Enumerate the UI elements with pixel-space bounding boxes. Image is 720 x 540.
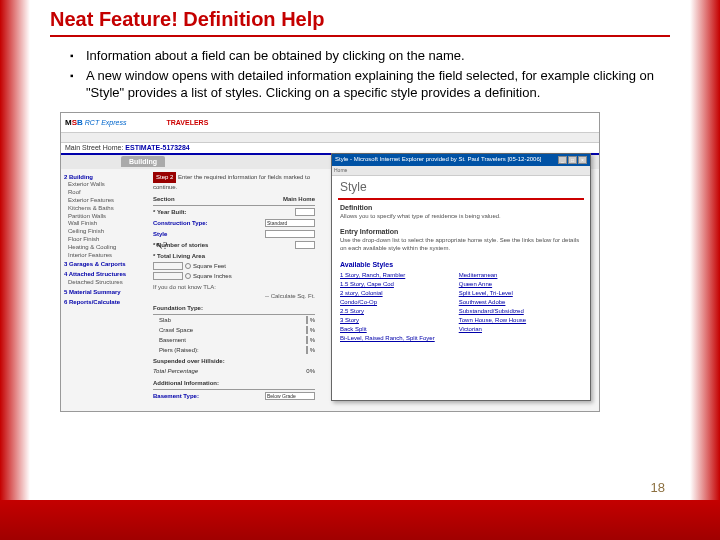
sidebar-group-material[interactable]: 5 Material Summary <box>64 289 146 297</box>
slab-label: Slab <box>159 316 171 325</box>
construction-type-select[interactable]: Standard <box>265 219 315 227</box>
year-built-label[interactable]: * Year Built: <box>153 208 187 217</box>
form-panel: Step 2 Enter the required information fo… <box>149 169 319 411</box>
year-built-input[interactable] <box>295 208 315 216</box>
style-link[interactable]: Bi-Level, Raised Ranch, Split Foyer <box>340 334 435 343</box>
basement-type-select[interactable]: Below Grade <box>265 392 315 400</box>
style-link[interactable]: Victorian <box>459 325 526 334</box>
entry-info-title: Entry Information <box>340 228 582 235</box>
basement-type-label[interactable]: Basement Type: <box>153 392 199 401</box>
popup-heading: Style <box>332 176 590 198</box>
main-home-label: Main Home <box>283 195 315 204</box>
style-link[interactable]: 1.5 Story, Cape Cod <box>340 280 435 289</box>
sidebar-item[interactable]: Heating & Cooling <box>68 244 146 252</box>
sidebar-item[interactable]: Floor Finish <box>68 236 146 244</box>
minimize-icon[interactable]: _ <box>558 156 567 164</box>
sqin-input[interactable] <box>153 272 183 280</box>
entry-info-text: Use the drop-down list to select the app… <box>340 237 582 253</box>
calc-tla-label: If you do not know TLA: <box>153 283 315 292</box>
stories-input[interactable] <box>295 241 315 249</box>
sqin-radio[interactable] <box>185 273 191 279</box>
definition-text: Allows you to specify what type of resid… <box>340 213 582 221</box>
basement-label: Basement <box>159 336 186 345</box>
sidebar-item[interactable]: Kitchens & Baths <box>68 205 146 213</box>
section-label: Section <box>153 196 175 202</box>
bullet-list: Information about a field can be obtaine… <box>50 47 670 102</box>
provider-logo: TRAVELERS <box>166 119 208 126</box>
construction-type-label[interactable]: Construction Type: <box>153 219 208 228</box>
style-link[interactable]: Back Split <box>340 325 435 334</box>
tab-building[interactable]: Building <box>121 156 165 167</box>
piers-input[interactable] <box>306 346 308 354</box>
sidebar-item[interactable]: Wall Finish <box>68 220 146 228</box>
sidebar-item[interactable]: Exterior Walls <box>68 181 146 189</box>
style-link[interactable]: Mediterranean <box>459 271 526 280</box>
sidebar-item[interactable]: Partition Walls <box>68 213 146 221</box>
crawl-input[interactable] <box>306 326 308 334</box>
suspended-label: Suspended over Hillside: <box>153 357 315 366</box>
style-link[interactable]: 3 Story <box>340 316 435 325</box>
total-pct-label: Total Percentage <box>153 367 198 376</box>
crawl-label: Crawl Space <box>159 326 193 335</box>
sidebar-item[interactable]: Exterior Features <box>68 197 146 205</box>
foundation-type-label[interactable]: Foundation Type: <box>153 304 315 315</box>
additional-info-label: Additional Information: <box>153 379 315 390</box>
popup-toolbar: Home <box>332 166 590 176</box>
calc-tla-button[interactable]: -- Calculate Sq. Ft. <box>153 292 315 301</box>
rct-logo: RCT Express <box>85 119 127 126</box>
sqft-label: Square Feet <box>193 262 226 271</box>
style-link[interactable]: 2 story, Colonial <box>340 289 435 298</box>
bullet-item: Information about a field can be obtaine… <box>70 47 670 65</box>
tla-label[interactable]: * Total Living Area <box>153 252 205 261</box>
page-title: Neat Feature! Definition Help <box>50 8 324 31</box>
sqft-radio[interactable] <box>185 263 191 269</box>
total-pct-value: 0% <box>306 367 315 376</box>
definition-popup: Style - Microsoft Internet Explorer prov… <box>331 153 591 401</box>
sidebar-group-garages[interactable]: 3 Garages & Carports <box>64 261 146 269</box>
style-link[interactable]: Town House, Row House <box>459 316 526 325</box>
definition-title: Definition <box>340 204 582 211</box>
style-label[interactable]: Style <box>153 230 167 239</box>
sqin-label: Square Inches <box>193 272 232 281</box>
sidebar-item[interactable]: Interior Features <box>68 252 146 260</box>
slab-input[interactable] <box>306 316 308 324</box>
sidebar-item[interactable]: Detached Structures <box>68 279 146 287</box>
style-link[interactable]: Queen Anne <box>459 280 526 289</box>
step-badge: Step 2 <box>153 172 176 183</box>
bullet-item: A new window opens with detailed informa… <box>70 67 670 102</box>
sidebar-item[interactable]: Ceiling Finish <box>68 228 146 236</box>
close-icon[interactable]: × <box>578 156 587 164</box>
embedded-screenshot: MSB RCT Express TRAVELERS Main Street Ho… <box>60 112 600 412</box>
sidebar-group-attached[interactable]: 4 Attached Structures <box>64 271 146 279</box>
style-link[interactable]: 1 Story, Ranch, Rambler <box>340 271 435 280</box>
sqft-input[interactable] <box>153 262 183 270</box>
available-styles-title: Available Styles <box>340 261 582 268</box>
maximize-icon[interactable]: □ <box>568 156 577 164</box>
help-cursor-icon: ↖? <box>155 240 167 251</box>
msb-logo: MSB <box>65 118 83 127</box>
page-number: 18 <box>651 480 665 495</box>
style-link[interactable]: Southwest Adobe <box>459 298 526 307</box>
style-link[interactable]: Split Level, Tri-Level <box>459 289 526 298</box>
style-link[interactable]: 2.5 Story <box>340 307 435 316</box>
style-link[interactable]: Substandard/Subsidized <box>459 307 526 316</box>
sidebar: 2 Building Exterior Walls Roof Exterior … <box>61 169 149 411</box>
style-select[interactable] <box>265 230 315 238</box>
style-link[interactable]: Condo/Co-Op <box>340 298 435 307</box>
basement-input[interactable] <box>306 336 308 344</box>
sidebar-item[interactable]: Roof <box>68 189 146 197</box>
popup-window-title: Style - Microsoft Internet Explorer prov… <box>335 156 541 164</box>
piers-label: Piers (Raised): <box>159 346 199 355</box>
step-text: Enter the required information for field… <box>153 174 310 190</box>
sidebar-group-building[interactable]: 2 Building <box>64 174 146 182</box>
sidebar-group-reports[interactable]: 6 Reports/Calculate <box>64 299 146 307</box>
